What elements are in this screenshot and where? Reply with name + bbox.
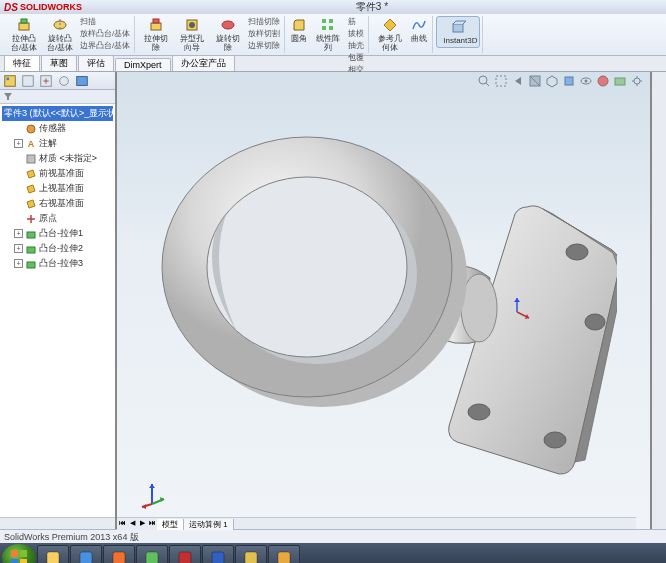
ribbon-label: 拉伸切除: [141, 34, 171, 52]
sheet-tab[interactable]: 运动算例 1: [184, 519, 234, 530]
taskbar-explorer-button[interactable]: [37, 545, 69, 563]
ribbon-sub-item[interactable]: 抽壳: [348, 40, 364, 51]
taskbar-solidworks-button[interactable]: [169, 545, 201, 563]
command-tab-4[interactable]: 办公室产品: [172, 55, 235, 71]
tree-item[interactable]: +凸台-拉伸1: [2, 226, 113, 241]
previous-view-icon[interactable]: [511, 74, 525, 88]
tree-item[interactable]: 上视基准面: [2, 181, 113, 196]
sidebar-scrollbar-h[interactable]: [0, 517, 115, 529]
tree-item[interactable]: +凸台-拉伸2: [2, 241, 113, 256]
tree-expand-icon[interactable]: +: [14, 139, 23, 148]
taskbar-word-button[interactable]: [202, 545, 234, 563]
taskbar-firefox-button[interactable]: [103, 545, 135, 563]
taskbar-app-green-button[interactable]: [136, 545, 168, 563]
ribbon-sub-item[interactable]: 扫描切除: [248, 16, 280, 27]
tree-item[interactable]: 原点: [2, 211, 113, 226]
tree-item-label: 前视基准面: [39, 167, 84, 180]
command-tab-3[interactable]: DimXpert: [115, 58, 171, 71]
tree-expand-icon[interactable]: +: [14, 229, 23, 238]
command-manager-tabs: 特征草图评估DimXpert办公室产品: [0, 56, 666, 72]
svg-rect-23: [27, 232, 35, 238]
property-tab-icon[interactable]: [21, 74, 35, 88]
ribbon-sub-item[interactable]: 筋: [348, 16, 364, 27]
display-style-icon[interactable]: [562, 74, 576, 88]
svg-point-7: [222, 21, 234, 29]
tree-item[interactable]: 传感器: [2, 121, 113, 136]
taskbar-ie-button[interactable]: [70, 545, 102, 563]
curves-button[interactable]: 曲线: [408, 16, 430, 44]
sheet-nav-first[interactable]: ⏮: [117, 519, 127, 529]
tree-expand-icon[interactable]: +: [14, 259, 23, 268]
svg-rect-4: [153, 19, 159, 23]
hide-show-icon[interactable]: [579, 74, 593, 88]
start-button[interactable]: [2, 544, 36, 563]
tree-item-label: 凸台-拉伸2: [39, 242, 83, 255]
tree-item[interactable]: 前视基准面: [2, 166, 113, 181]
ribbon-label: 参考几何体: [375, 34, 405, 52]
tree-item[interactable]: 材质 <未指定>: [2, 151, 113, 166]
display-tab-icon[interactable]: [75, 74, 89, 88]
command-tab-2[interactable]: 评估: [78, 55, 114, 71]
zoom-fit-icon[interactable]: [477, 74, 491, 88]
windows-logo-icon: [10, 549, 28, 563]
reference-geometry-button[interactable]: 参考几何体: [372, 16, 408, 53]
ribbon-label: 旋转凸台/基体: [45, 34, 75, 52]
viewport-scrollbar-v[interactable]: [652, 72, 666, 529]
brand-name: SOLIDWORKS: [20, 2, 82, 12]
ribbon-label: Instant3D: [443, 36, 473, 45]
brand-logo-icon: DS: [4, 2, 18, 13]
ribbon-sub-item[interactable]: 拔模: [348, 28, 364, 39]
view-settings-icon[interactable]: [630, 74, 644, 88]
sheet-nav-next[interactable]: ▶: [137, 519, 147, 529]
command-tab-1[interactable]: 草图: [41, 55, 77, 71]
status-bar: SolidWorks Premium 2013 x64 版: [0, 529, 666, 543]
cut-extrude-button[interactable]: 拉伸切除: [138, 16, 174, 53]
refgeo-icon: [382, 17, 398, 33]
taskbar-app-other-button[interactable]: [235, 545, 267, 563]
ribbon-sub-item[interactable]: 放样凸台/基体: [80, 28, 130, 39]
tree-root[interactable]: 零件3 (默认<<默认>_显示状态: [2, 106, 113, 121]
ribbon-sub-item[interactable]: 扫描: [80, 16, 130, 27]
tree-item-label: 传感器: [39, 122, 66, 135]
tree-item[interactable]: +A注解: [2, 136, 113, 151]
svg-rect-46: [11, 559, 18, 563]
ribbon-sub-item[interactable]: 边界凸台/基体: [80, 40, 130, 51]
cut-revolve-button[interactable]: 旋转切除: [210, 16, 246, 53]
fillet-button[interactable]: 圆角: [288, 16, 310, 44]
taskbar-app-folder-button[interactable]: [268, 545, 300, 563]
instant3d-button[interactable]: Instant3D: [436, 16, 480, 48]
sheet-tab[interactable]: 模型: [157, 519, 184, 530]
linear-pattern-button[interactable]: 线性阵列: [310, 16, 346, 53]
svg-rect-53: [212, 552, 224, 563]
command-tab-0[interactable]: 特征: [4, 55, 40, 71]
sheet-nav-prev[interactable]: ◀: [127, 519, 137, 529]
boss-extrude-button[interactable]: 拉伸凸台/基体: [6, 16, 42, 53]
explorer-icon: [44, 549, 62, 563]
ribbon-sub-item[interactable]: 包覆: [348, 52, 364, 63]
dim-tab-icon[interactable]: [57, 74, 71, 88]
sheet-nav-last[interactable]: ⏭: [147, 519, 157, 529]
tree-filter-icon[interactable]: [2, 90, 14, 102]
ribbon-sub-item[interactable]: 放样切割: [248, 28, 280, 39]
svg-rect-51: [146, 552, 158, 563]
tree-item[interactable]: +凸台-拉伸3: [2, 256, 113, 271]
tree-root-label: 零件3 (默认<<默认>_显示状态: [4, 107, 115, 120]
edit-appearance-icon[interactable]: [596, 74, 610, 88]
svg-rect-29: [565, 77, 573, 85]
pattern-icon: [320, 17, 336, 33]
plane-icon: [25, 198, 37, 210]
tree-item[interactable]: 右视基准面: [2, 196, 113, 211]
boss-revolve-button[interactable]: 旋转凸台/基体: [42, 16, 78, 53]
apply-scene-icon[interactable]: [613, 74, 627, 88]
viewport-3d[interactable]: ⏮ ◀ ▶ ⏭ 模型运动算例 1: [117, 72, 652, 529]
hole-wizard-button[interactable]: 异型孔向导: [174, 16, 210, 53]
tree-expand-icon[interactable]: +: [14, 244, 23, 253]
section-view-icon[interactable]: [528, 74, 542, 88]
feature-tree-tab-icon[interactable]: [3, 74, 17, 88]
ribbon-sub-item[interactable]: 边界切除: [248, 40, 280, 51]
zoom-area-icon[interactable]: [494, 74, 508, 88]
ribbon-label: 线性阵列: [313, 34, 343, 52]
view-orientation-icon[interactable]: [545, 74, 559, 88]
revolve-icon: [52, 17, 68, 33]
config-tab-icon[interactable]: [39, 74, 53, 88]
